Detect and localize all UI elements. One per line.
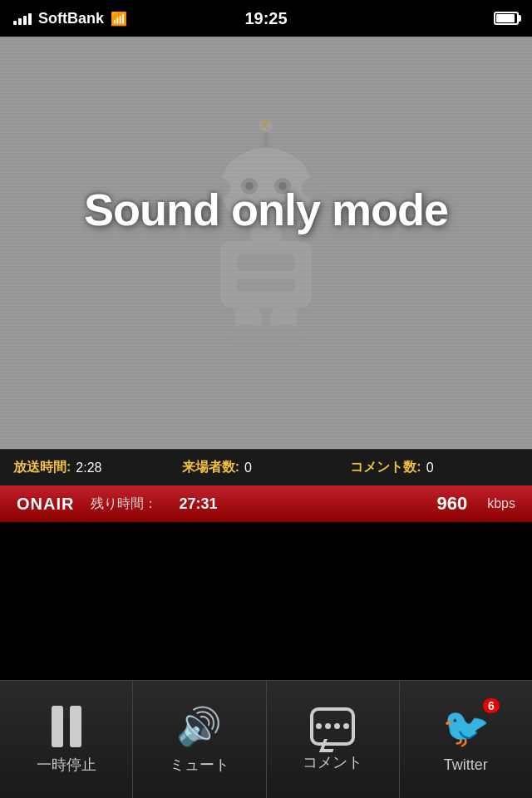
twitter-badge-container: 🐦 6 bbox=[442, 705, 490, 750]
twitter-badge: 6 bbox=[483, 698, 500, 713]
svg-point-17 bbox=[266, 324, 303, 344]
tab-twitter[interactable]: 🐦 6 Twitter bbox=[400, 681, 532, 798]
visitors-value: 0 bbox=[244, 461, 252, 475]
speaker-icon: 🔊 bbox=[176, 705, 222, 748]
dot-2 bbox=[325, 723, 331, 729]
bitrate-value: 960 bbox=[436, 493, 467, 515]
tab-comment-label: コメント bbox=[303, 752, 362, 772]
dot-4 bbox=[343, 723, 349, 729]
status-time: 19:25 bbox=[244, 9, 287, 28]
carrier-name: SoftBank bbox=[38, 10, 104, 27]
dot-1 bbox=[316, 723, 322, 729]
signal-bar-3 bbox=[23, 16, 27, 25]
twitter-icon: 🐦 bbox=[442, 706, 490, 749]
svg-rect-11 bbox=[220, 241, 312, 308]
svg-point-16 bbox=[229, 324, 266, 344]
signal-bar-1 bbox=[13, 21, 17, 25]
remain-label: 残り時間： bbox=[91, 495, 157, 513]
tab-mute[interactable]: 🔊 ミュート bbox=[133, 681, 266, 798]
svg-rect-13 bbox=[237, 279, 295, 292]
broadcast-time-value: 2:28 bbox=[76, 461, 101, 475]
comments-label: コメント数: bbox=[350, 459, 421, 476]
dot-3 bbox=[334, 723, 340, 729]
remain-value: 27:31 bbox=[179, 495, 217, 513]
status-right bbox=[494, 12, 519, 25]
visitors-label: 来場者数: bbox=[182, 459, 239, 476]
broadcast-time-label: 放送時間: bbox=[13, 459, 71, 476]
video-area: Sound only mode bbox=[0, 37, 532, 449]
status-left: SoftBank 📶 bbox=[13, 10, 127, 27]
tab-twitter-label: Twitter bbox=[444, 756, 488, 774]
battery-fill bbox=[496, 14, 515, 22]
pause-bar-left bbox=[52, 706, 63, 747]
svg-rect-12 bbox=[237, 254, 295, 271]
battery-icon bbox=[494, 12, 519, 25]
tab-bar: 一時停止 🔊 ミュート コメント 🐦 6 Twitter bbox=[0, 680, 532, 798]
onair-bar: ONAIR 残り時間： 27:31 960 kbps bbox=[0, 485, 532, 522]
status-bar: SoftBank 📶 19:25 bbox=[0, 0, 532, 37]
sound-only-text: Sound only mode bbox=[84, 184, 448, 235]
signal-bar-2 bbox=[18, 18, 22, 25]
comments-value: 0 bbox=[426, 461, 434, 475]
signal-bar-4 bbox=[28, 13, 32, 25]
tab-pause[interactable]: 一時停止 bbox=[0, 681, 133, 798]
visitors-item: 来場者数: 0 bbox=[182, 459, 351, 476]
broadcast-time-item: 放送時間: 2:28 bbox=[13, 459, 182, 476]
tab-mute-label: ミュート bbox=[170, 755, 229, 775]
comment-icon bbox=[310, 707, 355, 746]
pause-bar-right bbox=[70, 706, 81, 747]
comments-item: コメント数: 0 bbox=[350, 459, 519, 476]
pause-icon bbox=[52, 705, 81, 748]
tab-comment[interactable]: コメント bbox=[267, 681, 400, 798]
tab-pause-label: 一時停止 bbox=[37, 755, 96, 775]
info-bar: 放送時間: 2:28 来場者数: 0 コメント数: 0 bbox=[0, 449, 532, 485]
bitrate-unit: kbps bbox=[487, 496, 515, 511]
onair-badge: ONAIR bbox=[17, 495, 74, 514]
wifi-icon: 📶 bbox=[111, 11, 127, 27]
signal-bars bbox=[13, 12, 32, 25]
